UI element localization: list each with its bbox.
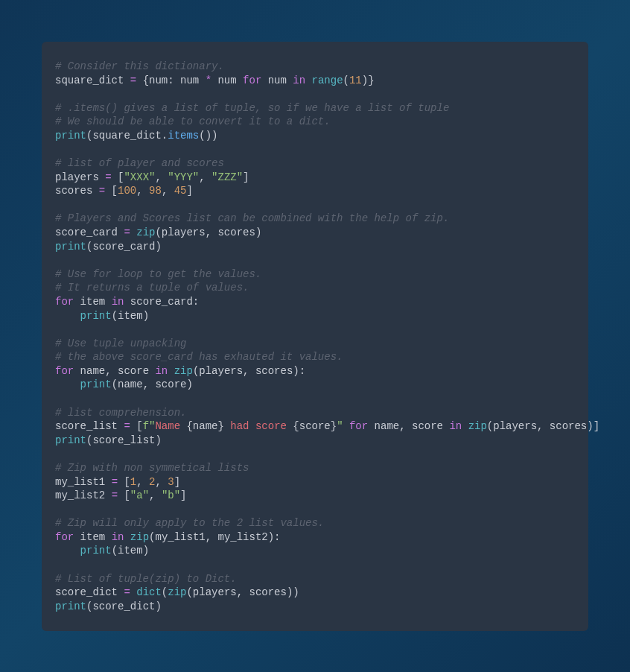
- code-line: print(square_dict.items()): [55, 129, 575, 143]
- code-blank: [55, 87, 575, 101]
- code-comment: # Players and Scores list can be combine…: [55, 212, 575, 226]
- code-line: print(item): [55, 309, 575, 323]
- code-line: print(score_dict): [55, 600, 575, 614]
- code-blank: [55, 558, 575, 572]
- code-line: my_list2 = ["a", "b"]: [55, 489, 575, 503]
- code-comment: # .items() gives a list of tuple, so if …: [55, 101, 575, 115]
- code-line: for name, score in zip(players, scores):: [55, 364, 575, 378]
- code-line: print(score_list): [55, 434, 575, 448]
- code-comment: # the above score_card has exhauted it v…: [55, 350, 575, 364]
- code-comment: # list of player and scores: [55, 156, 575, 171]
- code-line: score_list = [f"Name {name} had score {s…: [55, 419, 575, 434]
- code-blank: [55, 143, 575, 157]
- code-blank: [55, 253, 575, 267]
- code-blank: [55, 323, 575, 337]
- code-blank: [55, 447, 575, 461]
- code-line: score_card = zip(players, scores): [55, 226, 575, 240]
- code-line: my_list1 = [1, 2, 3]: [55, 475, 575, 489]
- code-comment: # Consider this dictionary.: [55, 60, 575, 74]
- code-blank: [55, 503, 575, 517]
- code-block: # Consider this dictionary. square_dict …: [42, 42, 588, 631]
- code-line: print(name, score): [55, 378, 575, 392]
- code-comment: # Use for loop to get the values.: [55, 267, 575, 282]
- code-comment: # list comprehension.: [55, 406, 575, 420]
- code-comment: # It returns a tuple of values.: [55, 281, 575, 295]
- code-comment: # List of tuple(zip) to Dict.: [55, 572, 575, 586]
- code-comment: # Use tuple unpacking: [55, 337, 575, 351]
- code-line: score_dict = dict(zip(players, scores)): [55, 586, 575, 600]
- code-line: print(item): [55, 544, 575, 558]
- code-blank: [55, 392, 575, 406]
- code-comment: # Zip will only apply to the 2 list valu…: [55, 516, 575, 530]
- code-line: square_dict = {num: num * num for num in…: [55, 74, 575, 88]
- code-line: for item in score_card:: [55, 295, 575, 309]
- code-line: print(score_card): [55, 240, 575, 254]
- code-line: players = ["XXX", "YYY", "ZZZ"]: [55, 171, 575, 185]
- code-comment: # We should be able to convert it to a d…: [55, 115, 575, 129]
- code-blank: [55, 198, 575, 212]
- code-line: scores = [100, 98, 45]: [55, 184, 575, 198]
- code-line: for item in zip(my_list1, my_list2):: [55, 530, 575, 545]
- code-comment: # Zip with non symmetical lists: [55, 461, 575, 475]
